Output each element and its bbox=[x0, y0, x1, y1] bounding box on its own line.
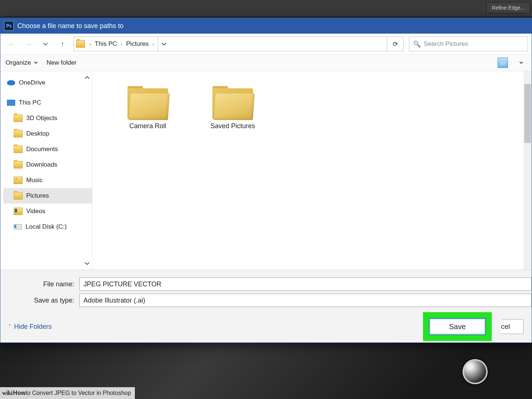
sidebar-item-label: OneDrive bbox=[19, 79, 45, 86]
sidebar-item-label: 3D Objects bbox=[26, 115, 57, 122]
folder-contents[interactable]: Camera Roll Saved Pictures bbox=[92, 71, 532, 270]
fields-area: File name: JPEG PICTURE VECTOR Save as t… bbox=[0, 270, 532, 311]
view-mode-dropdown[interactable] bbox=[516, 58, 526, 68]
chevron-down-icon bbox=[33, 60, 38, 65]
save-button[interactable]: Save bbox=[429, 318, 486, 335]
chevron-down-icon bbox=[519, 60, 524, 65]
file-name-input[interactable]: JPEG PICTURE VECTOR bbox=[79, 277, 532, 291]
sidebar-item-label: This PC bbox=[19, 99, 41, 106]
chevron-up-icon: ˄ bbox=[8, 324, 11, 330]
save-as-type-value: Adobe Illustrator (.ai) bbox=[83, 297, 145, 304]
scrollbar-thumb[interactable] bbox=[524, 84, 531, 143]
monitor-icon bbox=[7, 100, 15, 106]
folder-icon bbox=[14, 161, 23, 168]
refresh-icon: ⟳ bbox=[393, 40, 398, 48]
main-area: OneDrive This PC 3D Objects Desktop Docu… bbox=[0, 71, 532, 270]
search-icon: 🔍 bbox=[413, 40, 421, 48]
chevron-down-icon bbox=[161, 41, 167, 47]
chevron-right-icon: › bbox=[119, 41, 124, 47]
tree-scroll-down[interactable] bbox=[83, 259, 91, 267]
sidebar-item-label: Downloads bbox=[26, 161, 57, 168]
sidebar-tree[interactable]: OneDrive This PC 3D Objects Desktop Docu… bbox=[0, 71, 92, 270]
chevron-right-icon: › bbox=[88, 41, 92, 47]
breadcrumb-item[interactable]: Pictures bbox=[126, 40, 149, 48]
view-mode-button[interactable]: ▭ bbox=[498, 58, 508, 68]
breadcrumb-item[interactable]: This PC bbox=[95, 40, 117, 48]
folder-label: Camera Roll bbox=[129, 122, 166, 130]
save-as-type-label: Save as type: bbox=[0, 297, 79, 304]
drive-icon bbox=[14, 224, 22, 229]
watermark-bold: How bbox=[13, 390, 25, 396]
sidebar-item-local-disk[interactable]: Local Disk (C:) bbox=[3, 219, 92, 235]
cancel-button[interactable]: Cancel bbox=[501, 319, 524, 334]
folder-item[interactable]: Camera Roll bbox=[118, 86, 177, 130]
hide-folders-label: Hide Folders bbox=[14, 323, 52, 331]
nav-forward-button[interactable]: → bbox=[23, 38, 34, 50]
save-button-label: Save bbox=[449, 323, 466, 331]
sidebar-item-documents[interactable]: Documents bbox=[3, 141, 92, 157]
arrow-right-icon: → bbox=[25, 40, 32, 48]
new-folder-label: New folder bbox=[47, 59, 76, 66]
sidebar-item-this-pc[interactable]: This PC bbox=[3, 95, 92, 110]
hide-folders-toggle[interactable]: ˄ Hide Folders bbox=[8, 323, 52, 331]
folder-item[interactable]: Saved Pictures bbox=[203, 86, 262, 130]
folder-icon bbox=[212, 86, 253, 119]
refine-edge-label: Refine Edge... bbox=[492, 5, 525, 11]
arrow-up-icon: ↑ bbox=[61, 40, 64, 48]
save-as-type-select[interactable]: Adobe Illustrator (.ai) bbox=[79, 294, 532, 307]
folder-label: Saved Pictures bbox=[210, 122, 255, 130]
refresh-button[interactable]: ⟳ bbox=[387, 37, 403, 51]
sidebar-item-desktop[interactable]: Desktop bbox=[3, 126, 92, 141]
dialog-title: Choose a file name to save paths to bbox=[17, 22, 123, 30]
sidebar-item-music[interactable]: Music bbox=[3, 173, 92, 188]
address-dropdown[interactable] bbox=[158, 37, 170, 51]
chevron-down-icon bbox=[43, 41, 48, 47]
video-icon bbox=[14, 208, 23, 215]
chevron-up-icon bbox=[85, 75, 90, 80]
nav-recent-dropdown[interactable] bbox=[40, 38, 51, 50]
photoshop-icon: Ps bbox=[4, 21, 14, 31]
content-scrollbar[interactable] bbox=[524, 71, 532, 270]
sidebar-item-onedrive[interactable]: OneDrive bbox=[3, 75, 92, 91]
cancel-button-label: Cancel bbox=[501, 323, 510, 331]
sidebar-item-label: Pictures bbox=[26, 192, 49, 200]
file-name-value: JPEG PICTURE VECTOR bbox=[83, 280, 161, 288]
new-folder-button[interactable]: New folder bbox=[47, 59, 76, 66]
sidebar-item-label: Documents bbox=[26, 146, 58, 153]
sidebar-item-label: Local Disk (C:) bbox=[25, 223, 66, 231]
nav-up-button[interactable]: ↑ bbox=[57, 38, 68, 50]
organize-menu[interactable]: Organize bbox=[6, 59, 38, 66]
photoshop-toolbar: Refine Edge... bbox=[0, 0, 532, 17]
tree-scroll-up[interactable] bbox=[83, 74, 91, 82]
chevron-right-icon: › bbox=[151, 41, 156, 47]
sidebar-item-label: Videos bbox=[26, 208, 45, 215]
picture-icon: ▭ bbox=[501, 60, 505, 66]
sidebar-item-3d-objects[interactable]: 3D Objects bbox=[3, 110, 92, 126]
sidebar-item-label: Desktop bbox=[26, 130, 49, 137]
sidebar-item-pictures[interactable]: Pictures bbox=[3, 188, 92, 204]
sidebar-item-label: Music bbox=[26, 177, 42, 184]
organize-label: Organize bbox=[6, 59, 31, 66]
dialog-titlebar: Ps Choose a file name to save paths to bbox=[0, 18, 532, 34]
refine-edge-panel[interactable]: Refine Edge... bbox=[486, 2, 530, 13]
nav-back-button[interactable]: ← bbox=[6, 38, 17, 50]
music-icon bbox=[14, 177, 23, 184]
address-bar[interactable]: › This PC › Pictures › ⟳ bbox=[74, 37, 404, 51]
folder-icon bbox=[127, 86, 168, 119]
search-input[interactable]: 🔍 Search Pictures bbox=[409, 37, 528, 51]
folder-icon bbox=[14, 115, 23, 122]
toolbar-row: Organize New folder ▭ bbox=[0, 55, 532, 71]
search-placeholder: Search Pictures bbox=[424, 40, 468, 48]
save-dialog: Ps Choose a file name to save paths to ←… bbox=[0, 18, 532, 343]
folder-icon bbox=[14, 146, 23, 153]
folder-icon bbox=[76, 40, 85, 48]
sidebar-item-downloads[interactable]: Downloads bbox=[3, 157, 92, 173]
arrow-left-icon: ← bbox=[8, 40, 15, 48]
chevron-down-icon bbox=[85, 261, 90, 266]
folder-icon bbox=[14, 192, 23, 200]
sidebar-item-videos[interactable]: Videos bbox=[3, 204, 92, 219]
folder-icon bbox=[14, 130, 23, 137]
file-name-label: File name: bbox=[0, 280, 79, 288]
dialog-footer: ˄ Hide Folders Save Cancel bbox=[0, 311, 532, 342]
cloud-icon bbox=[7, 80, 15, 85]
